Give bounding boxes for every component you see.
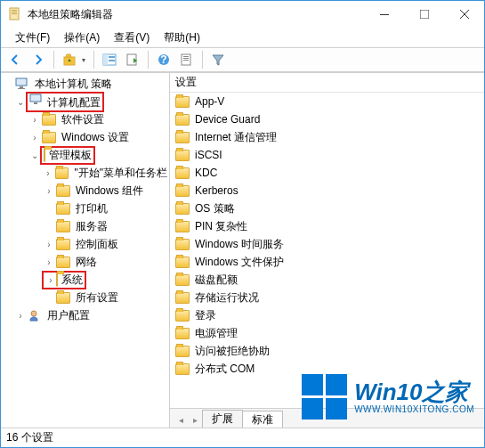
list-item[interactable]: iSCSI <box>170 146 484 164</box>
user-icon <box>28 309 42 322</box>
tab-extended[interactable]: 扩展 <box>202 410 243 428</box>
close-button[interactable] <box>444 1 484 28</box>
toolbar-separator <box>202 51 203 69</box>
app-icon <box>8 7 22 21</box>
tree-user-config[interactable]: ›用户配置 <box>3 306 167 324</box>
item-label: 分布式 COM <box>195 362 255 377</box>
list-item[interactable]: 存储运行状况 <box>170 289 484 306</box>
list-item[interactable]: Windows 文件保护 <box>170 253 484 271</box>
policy-tree: 本地计算机 策略 ⌄计算机配置 ›软件设置 ›Windows 设置 ⌄管理模板 … <box>3 75 167 324</box>
tree-all-settings[interactable]: 所有设置 <box>3 289 167 306</box>
body: 本地计算机 策略 ⌄计算机配置 ›软件设置 ›Windows 设置 ⌄管理模板 … <box>1 72 484 428</box>
list-item[interactable]: Kerberos <box>170 182 484 200</box>
minimize-button[interactable] <box>364 1 404 28</box>
chevron-down-icon[interactable]: ⌄ <box>15 96 26 107</box>
list-item[interactable]: Internet 通信管理 <box>170 128 484 146</box>
item-label: Device Guard <box>195 113 260 126</box>
chevron-down-icon[interactable]: ⌄ <box>29 150 40 160</box>
menu-help[interactable]: 帮助(H) <box>157 29 207 47</box>
computer-icon <box>29 96 44 109</box>
folder-icon <box>42 114 56 126</box>
chevron-icon[interactable] <box>44 221 54 232</box>
toolbar-separator <box>148 51 149 69</box>
item-label: 登录 <box>195 308 216 323</box>
tree-system[interactable]: ›系统 <box>3 271 167 289</box>
item-label: iSCSI <box>195 149 222 161</box>
tab-next-icon[interactable]: ▸ <box>188 411 202 428</box>
list-item[interactable]: 磁盘配额 <box>170 271 484 289</box>
tree-control-panel[interactable]: ›控制面板 <box>3 235 167 253</box>
item-label: PIN 复杂性 <box>195 219 247 234</box>
list-item[interactable]: PIN 复杂性 <box>170 217 484 235</box>
tree-printers[interactable]: 打印机 <box>3 200 167 217</box>
folder-icon <box>175 239 190 250</box>
up-button[interactable] <box>59 49 80 70</box>
list-item[interactable]: App-V <box>170 93 484 110</box>
list-item[interactable]: 分布式 COM <box>170 360 484 378</box>
chevron-right-icon[interactable]: › <box>15 310 26 321</box>
properties-button[interactable] <box>176 49 198 70</box>
tree-computer-config[interactable]: ⌄计算机配置 <box>3 93 167 110</box>
list-item[interactable]: KDC <box>170 164 484 182</box>
tree-label: 管理模板 <box>49 149 92 161</box>
tree-network[interactable]: ›网络 <box>3 253 167 271</box>
column-header[interactable]: 设置 <box>170 73 484 93</box>
svg-rect-21 <box>20 86 23 88</box>
tree-servers[interactable]: 服务器 <box>3 217 167 235</box>
folder-icon <box>175 292 190 304</box>
list-item[interactable]: 访问被拒绝协助 <box>170 342 484 360</box>
folder-icon <box>56 257 70 268</box>
list-item[interactable]: 登录 <box>170 306 484 324</box>
chevron-right-icon[interactable]: › <box>44 185 54 196</box>
tab-bar: ◂ ▸ 扩展 标准 <box>170 408 484 428</box>
chevron-right-icon[interactable]: › <box>44 257 54 267</box>
highlight-box: 计算机配置 <box>26 92 104 112</box>
tree-start-menu[interactable]: ›"开始"菜单和任务栏 <box>3 164 167 182</box>
tree-label: Windows 组件 <box>76 183 143 199</box>
item-label: 磁盘配额 <box>195 273 238 288</box>
list-item[interactable]: Device Guard <box>170 110 484 128</box>
tree-label: 打印机 <box>76 201 108 216</box>
menu-action[interactable]: 操作(A) <box>57 29 107 47</box>
item-label: KDC <box>195 167 217 179</box>
help-button[interactable]: ? <box>153 49 174 70</box>
chevron-right-icon[interactable]: › <box>45 274 56 285</box>
chevron-down-icon[interactable] <box>3 78 13 89</box>
svg-rect-17 <box>183 56 189 57</box>
tab-prev-icon[interactable]: ◂ <box>174 411 188 428</box>
tab-standard[interactable]: 标准 <box>242 411 283 428</box>
back-button[interactable] <box>4 49 26 70</box>
tree-windows-settings[interactable]: ›Windows 设置 <box>3 128 167 146</box>
tree-software-settings[interactable]: ›软件设置 <box>3 110 167 128</box>
tree-label: 所有设置 <box>76 290 118 305</box>
svg-rect-3 <box>12 13 17 14</box>
tree-pane[interactable]: 本地计算机 策略 ⌄计算机配置 ›软件设置 ›Windows 设置 ⌄管理模板 … <box>1 73 170 428</box>
tree-win-components[interactable]: ›Windows 组件 <box>3 182 167 200</box>
menu-file[interactable]: 文件(F) <box>8 29 57 47</box>
tree-label: Windows 设置 <box>61 130 129 145</box>
chevron-right-icon[interactable]: › <box>29 132 40 143</box>
svg-point-25 <box>31 311 36 316</box>
tree-admin-templates[interactable]: ⌄管理模板 <box>3 146 167 164</box>
forward-button[interactable] <box>28 49 49 70</box>
export-button[interactable] <box>122 49 143 70</box>
tree-root[interactable]: 本地计算机 策略 <box>3 75 167 93</box>
item-label: Windows 文件保护 <box>195 255 284 270</box>
toolbar: ▾ ? <box>1 47 484 72</box>
maximize-button[interactable] <box>404 1 444 28</box>
folder-icon <box>56 292 70 304</box>
chevron-right-icon[interactable]: › <box>43 167 53 178</box>
list-item[interactable]: 电源管理 <box>170 324 484 342</box>
list-item[interactable]: Windows 时间服务 <box>170 235 484 253</box>
menu-view[interactable]: 查看(V) <box>107 29 157 47</box>
filter-button[interactable] <box>207 49 229 70</box>
chevron-icon[interactable] <box>44 203 54 214</box>
show-hide-tree-button[interactable] <box>99 49 120 70</box>
menubar: 文件(F) 操作(A) 查看(V) 帮助(H) <box>1 28 484 47</box>
settings-list[interactable]: App-V Device Guard Internet 通信管理 iSCSI K… <box>170 93 484 408</box>
list-item[interactable]: OS 策略 <box>170 200 484 217</box>
up-dropdown-icon[interactable]: ▾ <box>82 56 89 64</box>
chevron-icon[interactable] <box>44 292 54 303</box>
chevron-right-icon[interactable]: › <box>44 239 54 249</box>
chevron-right-icon[interactable]: › <box>29 114 40 125</box>
